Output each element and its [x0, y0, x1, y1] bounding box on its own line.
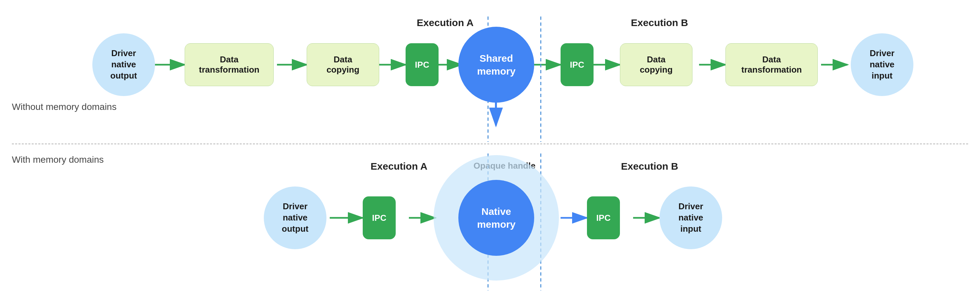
top-driver-native-output: Drivernativeoutput	[92, 33, 155, 96]
exec-b-label-bottom: Execution B	[600, 161, 699, 172]
divider-line	[12, 144, 968, 144]
exec-a-label-bottom: Execution A	[350, 161, 449, 172]
top-data-transformation-2: Datatransformation	[725, 43, 818, 86]
top-ipc-2: IPC	[560, 43, 593, 86]
top-data-copying-2: Datacopying	[620, 43, 692, 86]
diagram-container: Without memory domains With memory domai…	[0, 0, 980, 303]
bot-ipc-2: IPC	[587, 196, 620, 239]
top-data-copying-1: Datacopying	[307, 43, 379, 86]
bot-native-memory: Nativememory	[458, 180, 534, 256]
top-shared-memory: Sharedmemory	[458, 27, 534, 103]
bot-ipc-1: IPC	[363, 196, 396, 239]
bot-driver-native-output: Drivernativeoutput	[264, 187, 326, 249]
top-ipc-1: IPC	[406, 43, 439, 86]
label-with-memory-domains: With memory domains	[12, 155, 104, 165]
exec-b-label-top: Execution B	[610, 17, 709, 29]
bot-driver-native-input: Drivernativeinput	[660, 187, 722, 249]
top-driver-native-input: Drivernativeinput	[851, 33, 913, 96]
top-data-transformation-1: Datatransformation	[185, 43, 274, 86]
exec-a-label-top: Execution A	[396, 17, 495, 29]
label-without-memory-domains: Without memory domains	[12, 102, 116, 112]
